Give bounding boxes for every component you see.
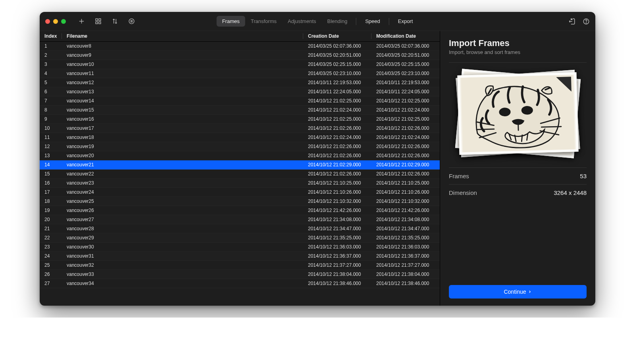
cell-created: 2014/10/12 21:02:24.000 [303,135,371,140]
cell-index: 23 [40,244,62,250]
col-header-modified[interactable]: Modification Date [371,33,440,39]
cell-modified: 2014/10/12 21:35:25.000 [371,235,440,241]
cell-index: 15 [40,171,62,177]
cell-index: 14 [40,162,62,168]
table-row[interactable]: 8vancouver152014/10/12 21:02:24.0002014/… [40,106,440,115]
cell-created: 2014/10/12 21:38:04.000 [303,272,371,277]
table-row[interactable]: 9vancouver162014/10/12 21:02:25.0002014/… [40,115,440,124]
svg-rect-2 [96,19,98,21]
table-row[interactable]: 20vancouver272014/10/12 21:34:08.0002014… [40,215,440,224]
table-row[interactable]: 25vancouver322014/10/12 21:37:27.0002014… [40,261,440,270]
sidebar: Import Frames Import, browse and sort fr… [440,31,595,306]
table-row[interactable]: 13vancouver202014/10/12 21:02:26.0002014… [40,151,440,160]
cell-modified: 2014/10/12 21:02:25.000 [371,98,440,104]
continue-label: Continue [504,289,526,295]
cell-filename: vancouver19 [62,144,303,149]
table-row[interactable]: 15vancouver222014/10/12 21:02:26.0002014… [40,169,440,179]
cell-modified: 2014/10/11 22:19:53.000 [371,80,440,85]
cell-filename: vancouver23 [62,180,303,186]
cell-filename: vancouver9 [62,52,303,58]
table-row[interactable]: 3vancouver102014/03/25 02:25:15.0002014/… [40,60,440,69]
table-row[interactable]: 6vancouver132014/10/11 22:24:05.0002014/… [40,87,440,96]
table-row[interactable]: 10vancouver172014/10/12 21:02:26.0002014… [40,124,440,133]
cell-filename: vancouver30 [62,244,303,250]
sidebar-title: Import Frames [449,38,587,48]
divider [449,62,587,63]
cell-created: 2014/10/12 21:10:25.000 [303,180,371,186]
cell-modified: 2014/10/12 21:02:26.000 [371,153,440,158]
tab-transforms[interactable]: Transforms [245,16,282,27]
stat-frames: Frames 53 [449,168,587,184]
cell-filename: vancouver20 [62,153,303,158]
toolbar-left-icons [78,18,135,25]
table-row[interactable]: 17vancouver242014/10/12 21:10:26.0002014… [40,188,440,197]
table-row[interactable]: 19vancouver262014/10/12 21:42:26.0002014… [40,206,440,215]
col-header-index[interactable]: Index [40,33,62,39]
cell-index: 3 [40,62,62,67]
table-row[interactable]: 22vancouver292014/10/12 21:35:25.0002014… [40,233,440,243]
cell-modified: 2014/03/25 02:20:51.000 [371,52,440,58]
tab-blending[interactable]: Blending [322,16,353,27]
share-icon[interactable] [568,18,575,25]
tiger-drawing-icon [460,75,576,152]
table-row[interactable]: 24vancouver312014/10/12 21:36:37.0002014… [40,252,440,261]
preview-stack [454,70,581,157]
close-window-button[interactable] [45,19,50,24]
col-header-created[interactable]: Creation Date [303,33,371,39]
cell-index: 10 [40,125,62,131]
table-row[interactable]: 12vancouver192014/10/12 21:02:26.0002014… [40,142,440,151]
cell-index: 9 [40,116,62,122]
cell-filename: vancouver21 [62,162,303,168]
table-row[interactable]: 27vancouver342014/10/12 21:38:46.0002014… [40,279,440,288]
cell-filename: vancouver18 [62,135,303,140]
cell-filename: vancouver29 [62,235,303,241]
cell-modified: 2014/10/12 21:36:03.000 [371,244,440,250]
stat-dimension: Dimension 3264 x 2448 [449,184,587,201]
tab-adjustments[interactable]: Adjustments [282,16,322,27]
cell-index: 19 [40,208,62,213]
cell-modified: 2014/10/12 21:02:26.000 [371,171,440,177]
tab-frames[interactable]: Frames [217,16,245,27]
minimize-window-button[interactable] [53,19,58,24]
help-icon[interactable] [583,18,590,25]
table-row[interactable]: 14vancouver212014/10/12 21:02:29.0002014… [40,160,440,169]
tab-speed[interactable]: Speed [360,16,386,27]
add-icon[interactable] [78,18,85,25]
continue-button[interactable]: Continue [449,285,587,299]
cell-modified: 2014/10/12 21:37:27.000 [371,262,440,268]
table-row[interactable]: 16vancouver232014/10/12 21:10:25.0002014… [40,179,440,188]
table-row[interactable]: 5vancouver122014/10/11 22:19:53.0002014/… [40,78,440,87]
table-body[interactable]: 1vancouver82014/03/25 02:07:36.0002014/0… [40,42,440,306]
table-row[interactable]: 18vancouver252014/10/12 21:10:32.0002014… [40,197,440,206]
cell-filename: vancouver31 [62,253,303,259]
cell-filename: vancouver27 [62,217,303,222]
table-row[interactable]: 23vancouver302014/10/12 21:36:03.0002014… [40,243,440,252]
cell-index: 21 [40,226,62,231]
cell-modified: 2014/10/12 21:02:26.000 [371,144,440,149]
tab-export[interactable]: Export [393,16,419,27]
table-row[interactable]: 1vancouver82014/03/25 02:07:36.0002014/0… [40,42,440,51]
cell-filename: vancouver22 [62,171,303,177]
table-row[interactable]: 2vancouver92014/03/25 02:20:51.0002014/0… [40,51,440,60]
cell-filename: vancouver15 [62,107,303,113]
table-row[interactable]: 21vancouver282014/10/12 21:34:47.0002014… [40,224,440,233]
cell-modified: 2014/03/25 02:07:36.000 [371,43,440,49]
cell-filename: vancouver13 [62,89,303,94]
traffic-lights [45,19,66,24]
sort-icon[interactable] [111,18,118,25]
maximize-window-button[interactable] [61,19,66,24]
stat-dimension-value: 3264 x 2448 [554,189,587,196]
table-row[interactable]: 11vancouver182014/10/12 21:02:24.0002014… [40,133,440,142]
cell-filename: vancouver11 [62,71,303,76]
cell-filename: vancouver17 [62,125,303,131]
table-row[interactable]: 4vancouver112014/03/25 02:23:10.0002014/… [40,69,440,78]
col-header-filename[interactable]: Filename [62,33,303,39]
table-row[interactable]: 26vancouver332014/10/12 21:38:04.0002014… [40,270,440,279]
stat-frames-label: Frames [449,173,469,179]
table-row[interactable]: 7vancouver142014/10/12 21:02:25.0002014/… [40,96,440,106]
cell-created: 2014/10/12 21:02:24.000 [303,107,371,113]
list-icon[interactable] [128,18,135,25]
grid-icon[interactable] [94,18,102,25]
cell-filename: vancouver34 [62,281,303,286]
toolbar-right-icons [568,18,590,25]
